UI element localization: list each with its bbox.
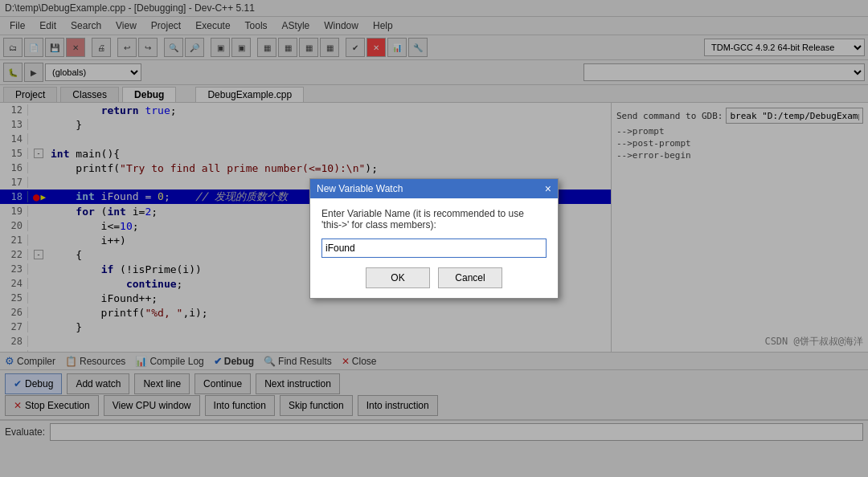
- modal-close-button[interactable]: ×: [545, 182, 551, 195]
- modal-ok-button[interactable]: OK: [366, 267, 430, 288]
- modal-dialog: New Variable Watch × Enter Variable Name…: [309, 178, 559, 299]
- modal-title: New Variable Watch: [317, 183, 403, 194]
- modal-description: Enter Variable Name (it is recommended t…: [321, 208, 547, 230]
- modal-buttons-row: OK Cancel: [321, 267, 547, 288]
- modal-variable-input[interactable]: [321, 238, 547, 258]
- modal-cancel-button[interactable]: Cancel: [438, 267, 502, 288]
- modal-body: Enter Variable Name (it is recommended t…: [310, 198, 558, 298]
- modal-overlay: New Variable Watch × Enter Variable Name…: [0, 0, 868, 477]
- modal-header: New Variable Watch ×: [310, 179, 558, 198]
